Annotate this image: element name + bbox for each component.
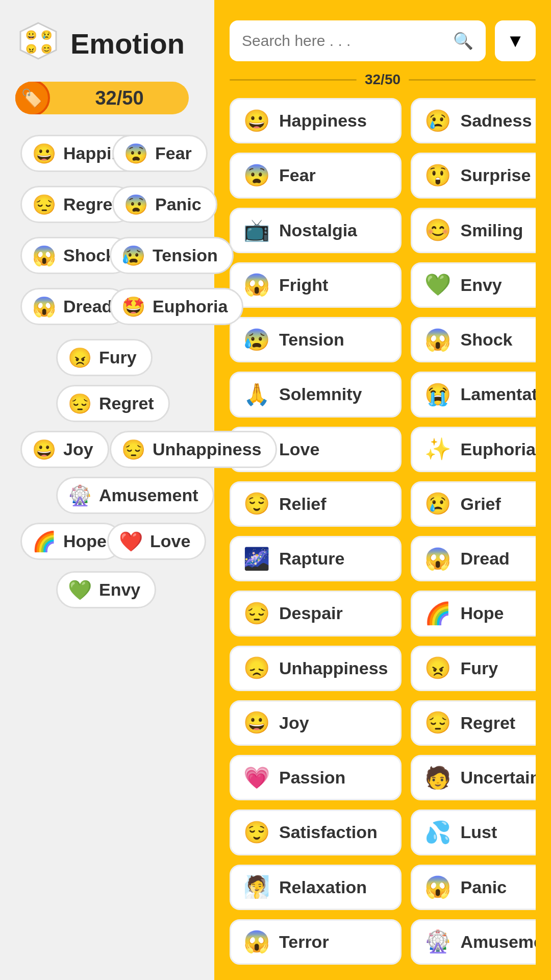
- chips-area: 😀Happiness😨Fear😔Regret😨Panic😱Shock😰Tensi…: [15, 135, 199, 951]
- grid-chip-label: Euphoria: [460, 439, 535, 459]
- grid-chip-smiling[interactable]: 😊Smiling: [411, 208, 536, 253]
- grid-chip-rapture[interactable]: 🌌Rapture: [230, 536, 402, 581]
- grid-chip-happiness[interactable]: 😀Happiness: [230, 98, 402, 143]
- progress-line-right: [409, 79, 536, 81]
- left-chip-joy[interactable]: 😀Joy: [20, 431, 109, 468]
- grid-chip-unhappiness[interactable]: 😞Unhappiness: [230, 646, 402, 691]
- grid-chip-emoji: 😱: [424, 876, 451, 898]
- progress-text: 32/50: [50, 87, 189, 109]
- svg-text:😠: 😠: [26, 43, 37, 55]
- grid-chip-label: Fear: [279, 165, 316, 185]
- grid-chip-sadness[interactable]: 😢Sadness: [411, 98, 536, 143]
- grid-chip-terror[interactable]: 😱Terror: [230, 919, 402, 965]
- left-chip-regret[interactable]: 😔Regret: [56, 385, 170, 422]
- grid-chip-euphoria[interactable]: ✨Euphoria: [411, 427, 536, 472]
- grid-chip-emoji: 🌈: [424, 603, 451, 624]
- grid-chip-label: Sadness: [460, 111, 532, 131]
- left-chip-unhappiness[interactable]: 😔Unhappiness: [110, 431, 277, 468]
- grid-chip-emoji: ✨: [424, 438, 451, 460]
- grid-chip-fear[interactable]: 😨Fear: [230, 153, 402, 198]
- chip-label: Joy: [63, 439, 93, 459]
- grid-chip-emoji: 😔: [243, 603, 270, 624]
- chip-label: Panic: [155, 194, 202, 214]
- svg-text:😢: 😢: [41, 30, 53, 41]
- grid-chip-lust[interactable]: 💦Lust: [411, 810, 536, 855]
- left-chip-fury[interactable]: 😠Fury: [56, 339, 153, 376]
- left-chip-panic[interactable]: 😨Panic: [112, 186, 217, 223]
- grid-chip-surprise[interactable]: 😲Surprise: [411, 153, 536, 198]
- chip-emoji: 😠: [68, 348, 92, 368]
- grid-chip-solemnity[interactable]: 🙏Solemnity: [230, 372, 402, 417]
- grid-chip-relief[interactable]: 😌Relief: [230, 481, 402, 527]
- search-row: 🔍 ▼: [230, 20, 536, 61]
- grid-chip-label: Terror: [279, 932, 329, 952]
- grid-chip-regret[interactable]: 😔Regret: [411, 700, 536, 746]
- chip-emoji: 😔: [68, 394, 92, 413]
- emotions-grid: 😀Happiness😢Sadness😨Fear😲Surprise📺Nostalg…: [230, 98, 536, 965]
- grid-chip-label: Satisfaction: [279, 822, 378, 842]
- app-header: 😀 😢 😠 😊 Emotion: [15, 20, 199, 66]
- left-panel: 😀 😢 😠 😊 Emotion 🏷️ 32/50 😀Happiness😨Fear…: [0, 0, 214, 980]
- chip-emoji: 😱: [32, 246, 56, 265]
- chip-label: Fury: [99, 348, 137, 368]
- search-icon: 🔍: [453, 31, 473, 51]
- filter-button[interactable]: ▼: [495, 20, 536, 61]
- grid-chip-label: Lamentation: [460, 384, 536, 404]
- progress-bar: 🏷️ 32/50: [15, 82, 189, 114]
- grid-chip-panic[interactable]: 😱Panic: [411, 865, 536, 910]
- grid-chip-emoji: 😨: [243, 165, 270, 186]
- left-chip-envy[interactable]: 💚Envy: [56, 571, 156, 608]
- left-chip-tension[interactable]: 😰Tension: [110, 237, 234, 274]
- grid-chip-emoji: 😱: [424, 548, 451, 570]
- grid-chip-envy[interactable]: 💚Envy: [411, 262, 536, 308]
- grid-chip-dread[interactable]: 😱Dread: [411, 536, 536, 581]
- left-chip-amusement[interactable]: 🎡Amusement: [56, 477, 214, 514]
- grid-chip-shock[interactable]: 😱Shock: [411, 317, 536, 362]
- grid-chip-despair[interactable]: 😔Despair: [230, 591, 402, 636]
- grid-chip-emoji: 🧑: [424, 767, 451, 789]
- grid-chip-nostalgia[interactable]: 📺Nostalgia: [230, 208, 402, 253]
- grid-chip-amusement[interactable]: 🎡Amusement: [411, 919, 536, 965]
- grid-chip-emoji: 😱: [243, 931, 270, 952]
- chip-emoji: 😰: [121, 246, 145, 265]
- grid-chip-emoji: 😌: [243, 493, 270, 514]
- grid-chip-fright[interactable]: 😱Fright: [230, 262, 402, 308]
- chip-emoji: 😀: [32, 440, 56, 459]
- grid-chip-hope[interactable]: 🌈Hope: [411, 591, 536, 636]
- grid-chip-label: Panic: [460, 877, 507, 897]
- grid-chip-emoji: 😀: [243, 110, 270, 132]
- grid-chip-tension[interactable]: 😰Tension: [230, 317, 402, 362]
- chip-emoji: 😔: [121, 440, 145, 459]
- grid-chip-relaxation[interactable]: 🧖Relaxation: [230, 865, 402, 910]
- progress-count: 32/50: [365, 71, 400, 88]
- grid-chip-label: Relaxation: [279, 877, 367, 897]
- search-box: 🔍: [230, 20, 486, 61]
- grid-chip-uncertainty[interactable]: 🧑Uncertainty: [411, 755, 536, 800]
- grid-chip-emoji: 😞: [243, 657, 270, 679]
- grid-chip-label: Envy: [460, 275, 502, 295]
- app-logo: 😀 😢 😠 😊: [15, 20, 61, 66]
- grid-chip-emoji: 😌: [243, 822, 270, 843]
- search-input[interactable]: [242, 32, 447, 50]
- grid-chip-label: Regret: [460, 713, 515, 733]
- left-chip-love[interactable]: ❤️Love: [107, 523, 206, 560]
- chip-emoji: 💚: [68, 580, 92, 600]
- chip-emoji: 😱: [32, 297, 56, 316]
- grid-chip-grief[interactable]: 😢Grief: [411, 481, 536, 527]
- grid-chip-lamentation[interactable]: 😭Lamentation: [411, 372, 536, 417]
- grid-chip-fury[interactable]: 😠Fury: [411, 646, 536, 691]
- grid-chip-label: Fright: [279, 275, 328, 295]
- grid-chip-label: Surprise: [460, 165, 531, 185]
- grid-chip-label: Grief: [460, 494, 500, 514]
- grid-chip-label: Happiness: [279, 111, 367, 131]
- grid-chip-passion[interactable]: 💗Passion: [230, 755, 402, 800]
- grid-chip-joy[interactable]: 😀Joy: [230, 700, 402, 746]
- right-progress-label: 32/50: [230, 71, 536, 88]
- chip-emoji: ❤️: [119, 532, 143, 551]
- left-chip-fear[interactable]: 😨Fear: [112, 135, 208, 172]
- grid-chip-label: Rapture: [279, 549, 344, 569]
- grid-chip-satisfaction[interactable]: 😌Satisfaction: [230, 810, 402, 855]
- chip-label: Unhappiness: [153, 439, 261, 459]
- left-chip-euphoria[interactable]: 🤩Euphoria: [110, 288, 243, 325]
- app-title: Emotion: [70, 27, 185, 60]
